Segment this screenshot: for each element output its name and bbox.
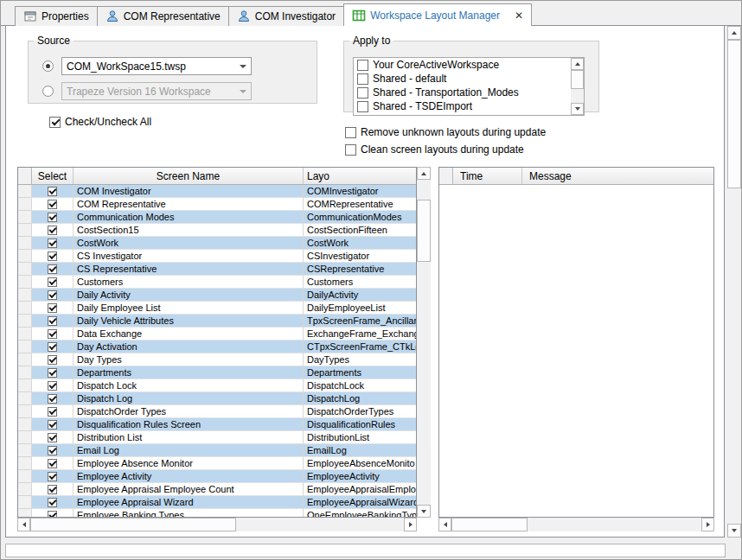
scrollbar-thumb[interactable] [727,40,741,188]
dropdown-button[interactable] [235,58,251,74]
select-cell[interactable] [32,353,74,366]
row-select-checkbox[interactable] [48,316,57,326]
apply-list-vertical-scrollbar[interactable] [571,58,584,115]
row-select-checkbox[interactable] [48,381,57,391]
row-select-checkbox[interactable] [48,498,57,507]
scroll-down-button[interactable] [571,103,584,115]
row-select-checkbox[interactable] [48,485,57,494]
row-selector[interactable] [18,289,32,302]
tab-properties[interactable]: Properties [15,6,98,26]
select-cell[interactable] [32,483,74,496]
row-select-checkbox[interactable] [48,407,57,417]
select-cell[interactable] [32,185,74,198]
grid-vertical-scrollbar[interactable] [417,167,431,518]
row-select-checkbox[interactable] [48,264,57,274]
row-select-checkbox[interactable] [48,446,57,455]
table-row[interactable]: Employee Absence Monitor EmployeeAbsence… [18,457,416,470]
row-selector[interactable] [18,224,32,237]
scroll-down-button[interactable] [417,505,431,518]
row-selector[interactable] [18,185,32,198]
table-row[interactable]: Daily Activity DailyActivity [18,289,416,302]
scrollbar-thumb[interactable] [417,200,431,262]
row-selector[interactable] [18,392,32,405]
remove-unknown-layouts-checkbox[interactable] [345,127,356,138]
table-row[interactable]: Disqualification Rules Screen Disqualifi… [18,418,416,431]
remove-unknown-layouts-option[interactable]: Remove unknown layouts during update [345,126,546,138]
row-select-checkbox[interactable] [48,355,57,365]
clean-screen-layouts-checkbox[interactable] [345,144,356,156]
row-select-checkbox[interactable] [48,277,57,287]
tab-workspace-layout-manager[interactable]: Workspace Layout Manager ✕ [343,3,532,27]
table-row[interactable]: Day Types DayTypes [18,353,416,366]
row-select-checkbox[interactable] [48,459,57,468]
select-cell[interactable] [32,418,74,431]
select-cell[interactable] [32,263,74,276]
table-row[interactable]: Daily Employee List DailyEmployeeList [18,302,416,315]
table-row[interactable]: Communication Modes CommunicationModes [18,211,416,224]
row-selector[interactable] [18,263,32,276]
table-row[interactable]: CostSection15 CostSectionFifteen [18,224,416,237]
workspace-checkbox[interactable] [357,101,368,112]
scroll-left-button[interactable] [438,518,451,531]
row-selector[interactable] [18,405,32,418]
row-selector[interactable] [18,340,32,353]
source-trapeze-radio[interactable] [42,86,54,97]
apply-to-list-item[interactable]: Shared - TSDEImport [354,99,571,113]
table-row[interactable]: Employee Activity EmployeeActivity [18,470,416,483]
check-uncheck-all-option[interactable]: Check/Uncheck All [49,116,151,128]
row-select-checkbox[interactable] [48,251,57,261]
table-row[interactable]: COM Investigator COMInvestigator [18,185,416,198]
select-cell[interactable] [32,431,74,444]
scroll-right-button[interactable] [701,518,714,531]
source-file-radio[interactable] [42,60,54,72]
table-row[interactable]: Departments Departments [18,366,416,379]
table-row[interactable]: Day Activation CTpxScreenFrame_CTkLoa [18,340,416,353]
row-select-checkbox[interactable] [48,342,57,352]
source-workspace-combobox[interactable]: COM_WorkSpace15.twsp [61,57,252,75]
scrollbar-thumb[interactable] [30,518,236,531]
row-selector[interactable] [18,431,32,444]
select-cell[interactable] [32,496,74,509]
row-selector[interactable] [18,315,32,328]
select-cell[interactable] [32,211,74,224]
screen-name-column-header[interactable]: Screen Name [74,168,304,184]
row-selector[interactable] [18,418,32,431]
tab-com-investigator[interactable]: COM Investigator [228,6,344,26]
check-uncheck-all-checkbox[interactable] [49,117,61,128]
row-selector[interactable] [18,483,32,496]
select-cell[interactable] [32,457,74,470]
select-cell[interactable] [32,470,74,483]
row-select-checkbox[interactable] [48,420,57,430]
row-selector[interactable] [18,470,32,483]
scroll-up-button[interactable] [417,167,431,180]
select-cell[interactable] [32,315,74,328]
scrollbar-thumb[interactable] [451,518,528,531]
message-column-header[interactable]: Message [522,168,713,184]
row-selector[interactable] [18,496,32,509]
row-select-checkbox[interactable] [48,226,57,235]
row-selector[interactable] [18,509,32,517]
row-select-checkbox[interactable] [48,213,57,222]
row-selector[interactable] [18,328,32,340]
select-cell[interactable] [32,340,74,353]
row-selector[interactable] [18,444,32,457]
table-row[interactable]: Dispatch Lock DispatchLock [18,379,416,392]
select-cell[interactable] [32,379,74,392]
select-cell[interactable] [32,444,74,457]
select-cell[interactable] [32,224,74,237]
table-row[interactable]: Employee Appraisal Employee Count Employ… [18,483,416,496]
page-horizontal-scrollbar[interactable] [5,544,726,557]
scroll-up-button[interactable] [571,58,584,70]
log-horizontal-scrollbar[interactable] [438,518,714,531]
select-cell[interactable] [32,392,74,405]
select-cell[interactable] [32,289,74,302]
select-column-header[interactable]: Select [32,168,74,184]
page-vertical-scrollbar[interactable] [727,26,741,538]
row-selector[interactable] [18,276,32,289]
row-select-checkbox[interactable] [48,472,57,481]
row-selector[interactable] [18,457,32,470]
row-select-checkbox[interactable] [48,368,57,378]
scroll-left-button[interactable] [17,518,30,531]
row-selector[interactable] [18,250,32,263]
scroll-up-button[interactable] [727,26,741,40]
